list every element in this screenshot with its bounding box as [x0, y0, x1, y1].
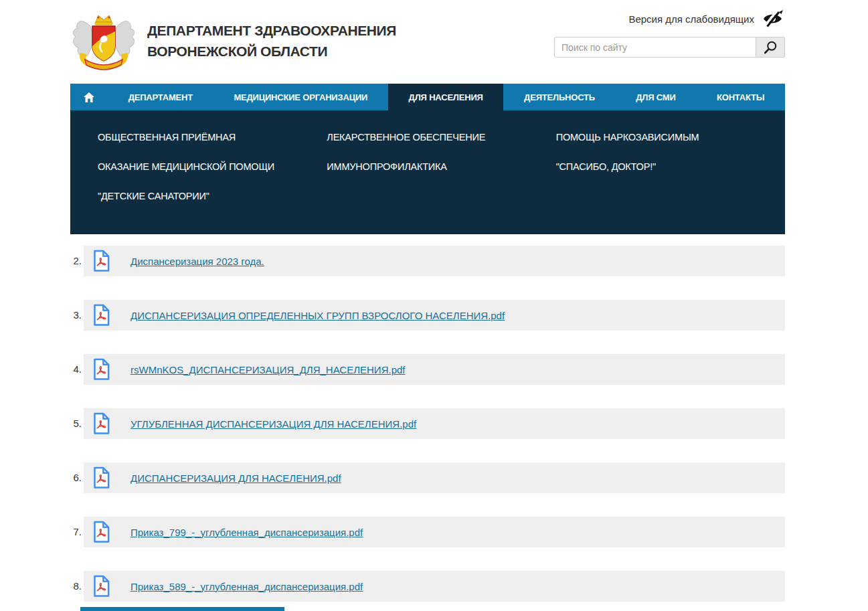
- nav-home-button[interactable]: [70, 84, 108, 110]
- list-item: 4. rsWMnKOS_ДИСПАНСЕРИЗАЦИЯ_ДЛЯ_НАСЕЛЕНИ…: [70, 354, 785, 385]
- pdf-document-link[interactable]: Приказ_799_-_углубленная_диспансеризация…: [131, 527, 363, 538]
- list-item: 7. Приказ_799_-_углубленная_диспансериза…: [70, 517, 785, 547]
- nav-item-contacts[interactable]: КОНТАКТЫ: [696, 84, 785, 110]
- site-title: ДЕПАРТАМЕНТ ЗДРАВООХРАНЕНИЯ ВОРОНЕЖСКОЙ …: [147, 20, 396, 62]
- pdf-file-icon: [92, 304, 110, 327]
- file-row: Приказ_589_-_углубленная_диспансеризация…: [84, 571, 785, 602]
- list-item: 3. ДИСПАНСЕРИЗАЦИЯ ОПРЕДЕЛЕННЫХ ГРУПП ВЗ…: [70, 300, 785, 331]
- file-row: УГЛУБЛЕННАЯ ДИСПАНСЕРИЗАЦИЯ ДЛЯ НАСЕЛЕНИ…: [84, 408, 785, 439]
- nav-item-for-media[interactable]: ДЛЯ СМИ: [616, 84, 697, 110]
- file-row: Приказ_799_-_углубленная_диспансеризация…: [84, 517, 785, 547]
- search-magnifier-icon: [763, 40, 778, 55]
- pdf-document-link[interactable]: rsWMnKOS_ДИСПАНСЕРИЗАЦИЯ_ДЛЯ_НАСЕЛЕНИЯ.p…: [131, 364, 405, 375]
- file-row: ДИСПАНСЕРИЗАЦИЯ ДЛЯ НАСЕЛЕНИЯ.pdf: [84, 462, 785, 493]
- search-input[interactable]: [554, 37, 756, 58]
- list-item: 5. УГЛУБЛЕННАЯ ДИСПАНСЕРИЗАЦИЯ ДЛЯ НАСЕЛ…: [70, 408, 785, 439]
- file-row: rsWMnKOS_ДИСПАНСЕРИЗАЦИЯ_ДЛЯ_НАСЕЛЕНИЯ.p…: [84, 354, 785, 385]
- list-item-number: 3.: [70, 300, 82, 331]
- crossed-eye-icon: [761, 8, 785, 29]
- list-item: 6. ДИСПАНСЕРИЗАЦИЯ ДЛЯ НАСЕЛЕНИЯ.pdf: [70, 462, 785, 493]
- pdf-file-icon: [92, 521, 110, 543]
- for-population-dropdown-menu: ОБЩЕСТВЕННАЯ ПРИЁМНАЯ ЛЕКАРСТВЕННОЕ ОБЕС…: [70, 110, 785, 234]
- file-row: ДИСПАНСЕРИЗАЦИЯ ОПРЕДЕЛЕННЫХ ГРУПП ВЗРОС…: [84, 300, 785, 331]
- main-navigation: ДЕПАРТАМЕНТ МЕДИЦИНСКИЕ ОРГАНИЗАЦИИ ДЛЯ …: [70, 84, 785, 110]
- nav-item-activity[interactable]: ДЕЯТЕЛЬНОСТЬ: [503, 84, 615, 110]
- menu-item-children-sanatoriums[interactable]: "ДЕТСКИЕ САНАТОРИИ": [98, 189, 327, 203]
- list-item-number: 8.: [70, 571, 82, 602]
- file-row: Диспансеризация 2023 года.: [84, 246, 785, 276]
- pdf-file-icon: [92, 466, 110, 489]
- menu-item-drug-provision[interactable]: ЛЕКАРСТВЕННОЕ ОБЕСПЕЧЕНИЕ: [327, 130, 555, 144]
- nav-item-medical-organizations[interactable]: МЕДИЦИНСКИЕ ОРГАНИЗАЦИИ: [213, 84, 388, 110]
- partially-visible-bottom-element: [80, 607, 284, 611]
- list-item: 8. Приказ_589_-_углубленная_диспансериза…: [70, 571, 785, 602]
- list-item: 2. Диспансеризация 2023 года.: [70, 246, 785, 276]
- list-item-number: 5.: [70, 408, 82, 439]
- pdf-document-link[interactable]: Приказ_589_-_углубленная_диспансеризация…: [131, 581, 363, 592]
- nav-item-for-population[interactable]: ДЛЯ НАСЕЛЕНИЯ: [388, 84, 504, 110]
- pdf-document-link[interactable]: ДИСПАНСЕРИЗАЦИЯ ОПРЕДЕЛЕННЫХ ГРУПП ВЗРОС…: [131, 310, 505, 321]
- site-header: ДЕПАРТАМЕНТ ЗДРАВООХРАНЕНИЯ ВОРОНЕЖСКОЙ …: [70, 0, 785, 84]
- pdf-file-icon: [92, 358, 110, 381]
- document-list: 2. Диспансеризация 2023 года. 3. ДИСПАНС…: [70, 246, 785, 602]
- menu-item-public-reception[interactable]: ОБЩЕСТВЕННАЯ ПРИЁМНАЯ: [98, 130, 327, 144]
- nav-item-department[interactable]: ДЕПАРТАМЕНТ: [108, 84, 213, 110]
- site-search: [554, 37, 785, 58]
- pdf-document-link[interactable]: УГЛУБЛЕННАЯ ДИСПАНСЕРИЗАЦИЯ ДЛЯ НАСЕЛЕНИ…: [131, 418, 416, 430]
- search-button[interactable]: [756, 37, 785, 58]
- pdf-document-link[interactable]: Диспансеризация 2023 года.: [131, 256, 264, 267]
- menu-item-thank-you-doctor[interactable]: "СПАСИБО, ДОКТОР!": [556, 160, 785, 173]
- site-title-line2: ВОРОНЕЖСКОЙ ОБЛАСТИ: [147, 41, 396, 62]
- list-item-number: 6.: [70, 462, 82, 493]
- pdf-file-icon: [92, 575, 110, 598]
- accessibility-label: Версия для слабовидящих: [628, 13, 754, 25]
- list-item-number: 7.: [70, 517, 82, 547]
- coat-of-arms-logo: [70, 11, 137, 72]
- menu-item-medical-care[interactable]: ОКАЗАНИЕ МЕДИЦИНСКОЙ ПОМОЩИ: [98, 160, 327, 173]
- pdf-file-icon: [92, 250, 110, 272]
- menu-item-immunoprophylaxis[interactable]: ИММУНОПРОФИЛАКТИКА: [327, 160, 555, 173]
- home-icon: [84, 92, 94, 102]
- pdf-file-icon: [92, 412, 110, 435]
- pdf-document-link[interactable]: ДИСПАНСЕРИЗАЦИЯ ДЛЯ НАСЕЛЕНИЯ.pdf: [131, 472, 341, 484]
- accessibility-version-link[interactable]: Версия для слабовидящих: [554, 8, 785, 29]
- list-item-number: 4.: [70, 354, 82, 385]
- list-item-number: 2.: [70, 246, 82, 276]
- menu-item-drug-addiction-help[interactable]: ПОМОЩЬ НАРКОЗАВИСИМЫМ: [556, 130, 785, 144]
- site-title-line1: ДЕПАРТАМЕНТ ЗДРАВООХРАНЕНИЯ: [147, 20, 396, 41]
